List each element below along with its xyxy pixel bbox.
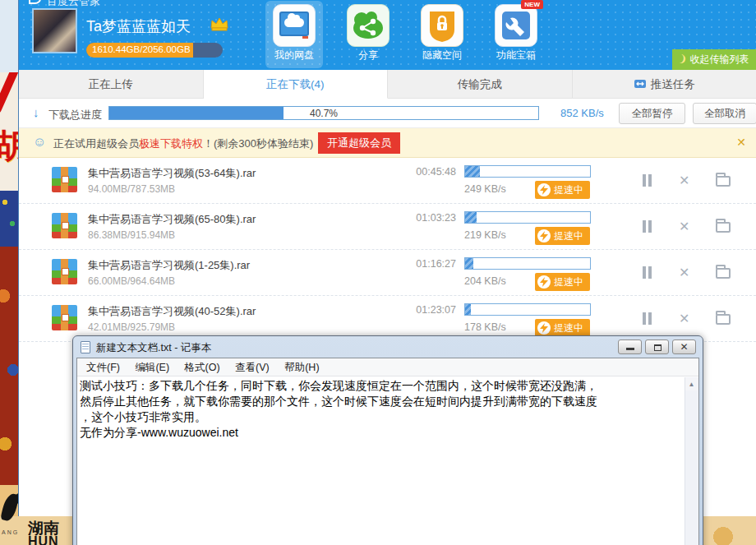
row-speed: 204 KB/s [464,275,506,287]
pause-all-button[interactable]: 全部暂停 [619,103,685,124]
nav-label: 功能宝箱 [487,48,545,62]
cancel-all-button[interactable]: 全部取消 [693,103,756,124]
cancel-button[interactable]: ✕ [679,173,689,188]
time-remaining: 01:16:27 [405,258,456,270]
notepad-client-area: 文件(F) 编辑(E) 格式(O) 查看(V) 帮助(H) 测试小技巧：多下载几… [76,358,699,545]
total-progress-label: 下载总进度 [48,108,102,122]
cancel-button[interactable]: ✕ [679,265,689,280]
notepad-window[interactable]: 新建文本文档.txt - 记事本 ✕ 文件(F) 编辑(E) 格式(O) 查看(… [72,335,703,545]
smiley-icon: ☺ [33,135,46,150]
file-size: 42.01MB/925.79MB [88,321,175,333]
open-folder-button[interactable] [716,314,731,325]
cancel-button[interactable]: ✕ [679,219,689,234]
boost-badge[interactable]: 提速中 [535,319,590,337]
minimize-button[interactable] [618,339,642,354]
close-button[interactable]: ✕ [672,339,696,354]
lightning-icon [537,275,551,289]
notepad-titlebar[interactable]: 新建文本文档.txt - 记事本 ✕ [76,336,699,358]
download-row[interactable]: 集中营易语言学习视频(53-64集).rar 94.00MB/787.53MB … [19,158,756,204]
text-line: ，这个小技巧非常实用。 [80,409,682,425]
pause-button[interactable] [642,266,653,279]
menu-help[interactable]: 帮助(H) [279,358,325,376]
menu-edit[interactable]: 编辑(E) [129,358,175,376]
desktop-background-left: 胡 [0,0,18,545]
total-progress-bar: 40.7% [108,106,539,120]
header-nav: 我的网盘 分享 隐藏空间 NEW [265,1,561,68]
tab-downloading[interactable]: 正在下载(4) [204,70,389,99]
nav-toolbox[interactable]: NEW 功能宝箱 [487,1,545,68]
lock-shield-icon [421,4,463,47]
notice-highlight: 极速下载特权 [139,137,203,150]
maximize-button[interactable] [645,339,669,354]
rar-file-icon [52,167,77,192]
pause-button[interactable] [642,174,653,187]
file-name: 集中营易语言学习视频(1-25集).rar [88,258,250,273]
tab-uploading[interactable]: 正在上传 [19,70,204,98]
storage-quota: 1610.44GB/2056.00GB [86,43,223,58]
logo-small-text: ANG [2,529,19,535]
pause-button[interactable] [642,312,653,325]
file-name: 集中营易语言学习视频(40-52集).rar [88,304,256,319]
boost-badge[interactable]: 提速中 [535,181,590,199]
open-folder-button[interactable] [716,268,731,279]
boost-badge[interactable]: 提速中 [535,227,590,245]
download-row[interactable]: 集中营易语言学习视频(65-80集).rar 86.38MB/915.94MB … [19,204,756,250]
notepad-document-icon [81,341,90,353]
notepad-title: 新建文本文档.txt - 记事本 [96,341,211,355]
scroll-up-icon[interactable]: ▲ [685,378,698,390]
text-line: 无作为分享-www.wuzuowei.net [80,425,682,441]
lightning-icon [537,321,551,335]
nav-my-netdisk[interactable]: 我的网盘 [265,1,323,68]
nav-hidden-space[interactable]: 隐藏空间 [413,1,471,68]
file-name: 集中营易语言学习视频(65-80集).rar [88,212,256,227]
open-vip-button[interactable]: 开通超级会员 [318,132,400,154]
new-badge: NEW [521,0,543,9]
row-progress-bar [464,165,591,178]
menu-view[interactable]: 查看(V) [229,358,275,376]
menu-format[interactable]: 格式(O) [179,358,226,376]
poster-blue-band [0,191,18,247]
menu-file[interactable]: 文件(F) [81,358,126,376]
rar-file-icon [52,259,77,284]
transfer-tabs: 正在上传 正在下载(4) 传输完成 推送任务 [19,70,756,99]
notepad-text-area[interactable]: 测试小技巧：多下载几个任务，同时下载，你会发现速度恒定在一个范围内，这个时候带宽… [77,377,685,545]
row-speed: 249 KB/s [464,183,506,195]
text-line: 测试小技巧：多下载几个任务，同时下载，你会发现速度恒定在一个范围内，这个时候带宽… [80,378,682,394]
nav-share[interactable]: 分享 [339,1,397,68]
rar-file-icon [52,305,77,330]
download-row[interactable]: 集中营易语言学习视频(1-25集).rar 66.00MB/964.64MB 0… [19,250,756,296]
notice-close-icon[interactable]: ✕ [736,136,746,149]
row-progress-fill [465,304,471,315]
red-character: 胡 [0,123,18,169]
poster-calligraphy: 胡 [0,72,18,191]
text-line: 然后停止其他任务，就下载你需要的那个文件，这个时候下速度会在短时间内提升到满带宽… [80,394,682,409]
app-header: 百度云管家 Ta梦蓝蓝蓝如天 1610.44GB/2056.00GB 我的网盘 [19,0,756,70]
wrench-icon: NEW [495,4,537,47]
open-folder-button[interactable] [716,222,731,233]
tab-push-tasks[interactable]: 推送任务 [573,70,756,98]
poster-sky [0,0,18,72]
row-progress-bar [464,211,591,224]
boost-badge[interactable]: 提速中 [535,273,590,291]
arc-arrow-icon: ❩ [677,48,690,70]
open-folder-button[interactable] [716,176,731,187]
time-remaining: 00:45:48 [405,166,456,178]
cancel-button[interactable]: ✕ [679,311,689,326]
row-progress-bar [464,257,591,270]
avatar[interactable] [32,8,77,53]
tab-completed[interactable]: 传输完成 [388,70,573,98]
share-icon [347,4,390,47]
row-speed: 219 KB/s [464,229,506,241]
notepad-scrollbar[interactable]: ▲ [685,377,698,545]
row-progress-fill [465,212,477,223]
lightning-icon [537,183,551,196]
row-progress-bar [464,303,591,316]
total-progress-percent: 40.7% [109,108,538,119]
username[interactable]: Ta梦蓝蓝蓝如天 [86,16,191,36]
notice-text: 正在试用超级会员极速下载特权！(剩余300秒体验结束) [53,136,313,151]
pause-button[interactable] [642,220,653,233]
region-label-en: HUN [28,534,59,545]
app-logo-icon [29,0,41,4]
file-size: 94.00MB/787.53MB [88,183,175,195]
collapse-transfer-list-button[interactable]: ❩收起传输列表 [672,49,756,70]
